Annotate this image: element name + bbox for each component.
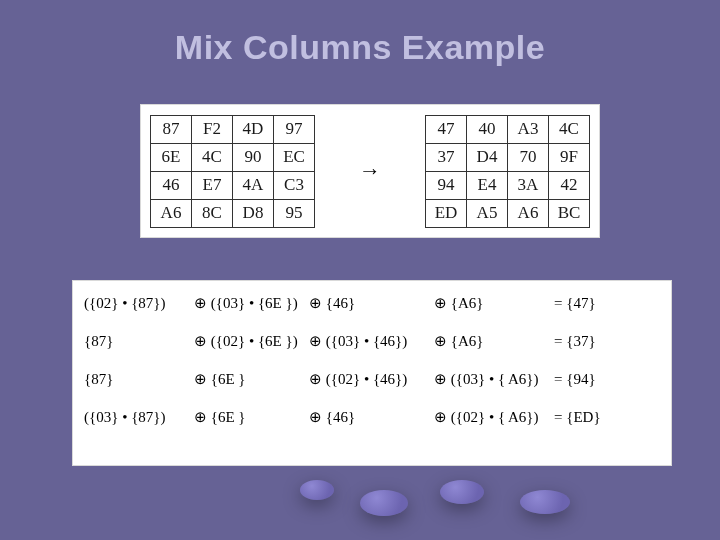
- decorative-blob: [300, 480, 334, 500]
- decorative-blob: [360, 490, 408, 516]
- eq-cell: ⊕ ({03} • {46}): [309, 332, 434, 350]
- eq-cell: ⊕ ({03} • { A6}): [434, 370, 554, 388]
- eq-cell: ⊕ ({03} • {6E }): [194, 294, 309, 312]
- matrices-panel: 87F24D97 6E4C90EC 46E74AC3 A68CD895 → 47…: [140, 104, 600, 238]
- eq-cell: = {ED}: [554, 409, 614, 426]
- eq-cell: ⊕ {6E }: [194, 408, 309, 426]
- eq-cell: = {94}: [554, 371, 614, 388]
- eq-cell: = {37}: [554, 333, 614, 350]
- arrow-icon: →: [315, 158, 425, 184]
- eq-cell: ⊕ {A6}: [434, 332, 554, 350]
- matrix-left: 87F24D97 6E4C90EC 46E74AC3 A68CD895: [150, 115, 315, 228]
- equations-panel: ({02} • {87}) ⊕ ({03} • {6E }) ⊕ {46} ⊕ …: [72, 280, 672, 466]
- eq-cell: ⊕ {46}: [309, 408, 434, 426]
- eq-cell: ⊕ {A6}: [434, 294, 554, 312]
- eq-cell: {87}: [84, 371, 194, 388]
- slide-title: Mix Columns Example: [0, 0, 720, 67]
- equations-grid: ({02} • {87}) ⊕ ({03} • {6E }) ⊕ {46} ⊕ …: [84, 288, 660, 426]
- decorative-blob: [520, 490, 570, 514]
- eq-cell: = {47}: [554, 295, 614, 312]
- eq-cell: ⊕ {6E }: [194, 370, 309, 388]
- decorative-blob: [440, 480, 484, 504]
- eq-cell: ⊕ {46}: [309, 294, 434, 312]
- eq-cell: ⊕ ({02} • {6E }): [194, 332, 309, 350]
- eq-cell: ({02} • {87}): [84, 295, 194, 312]
- matrix-right: 4740A34C 37D4709F 94E43A42 EDA5A6BC: [425, 115, 590, 228]
- eq-cell: {87}: [84, 333, 194, 350]
- eq-cell: ({03} • {87}): [84, 409, 194, 426]
- eq-cell: ⊕ ({02} • {46}): [309, 370, 434, 388]
- eq-cell: ⊕ ({02} • { A6}): [434, 408, 554, 426]
